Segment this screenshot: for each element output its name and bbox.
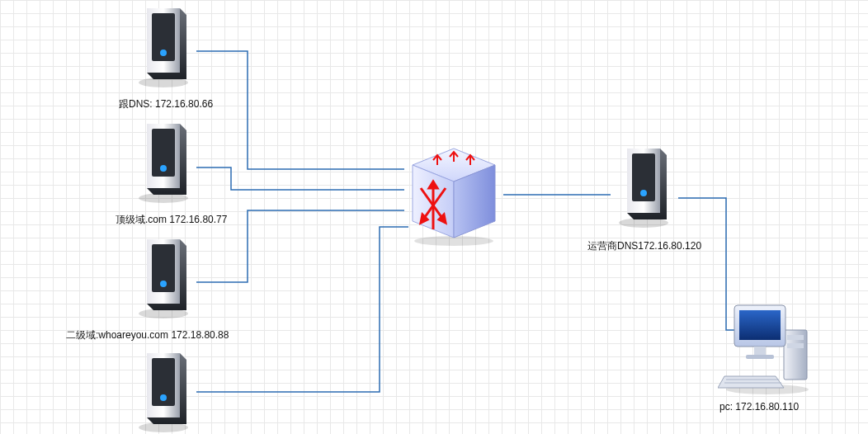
svg-point-5 <box>160 165 167 172</box>
svg-rect-28 <box>787 343 804 348</box>
server-fourth <box>130 345 196 434</box>
server-isp-dns-label: 运营商DNS172.16.80.120 <box>587 239 701 253</box>
server-sld <box>130 231 196 324</box>
server-root-dns-label: 跟DNS: 172.16.80.66 <box>119 97 213 111</box>
server-icon <box>130 0 196 91</box>
svg-marker-33 <box>718 376 784 388</box>
server-tld-com-label: 顶级域.com 172.16.80.77 <box>116 213 227 227</box>
svg-point-8 <box>160 281 167 287</box>
pc-icon <box>718 297 817 396</box>
pc <box>718 297 817 399</box>
server-root-dns <box>130 0 196 93</box>
pc-label: pc: 172.16.80.110 <box>719 401 799 413</box>
svg-rect-32 <box>746 355 774 359</box>
server-isp-dns <box>611 140 677 234</box>
router <box>404 140 503 250</box>
svg-point-2 <box>160 50 167 56</box>
svg-rect-31 <box>754 347 766 355</box>
server-tld-com <box>130 116 196 209</box>
svg-rect-27 <box>787 335 804 340</box>
diagram-canvas: 跟DNS: 172.16.80.66 顶级域.com 172.16.80.77 … <box>0 0 868 434</box>
server-sld-label: 二级域:whoareyou.com 172.18.80.88 <box>66 328 229 342</box>
server-icon <box>130 345 196 434</box>
router-icon <box>404 140 503 248</box>
svg-rect-30 <box>739 310 781 340</box>
server-icon <box>611 140 677 231</box>
server-icon <box>130 231 196 322</box>
svg-point-24 <box>640 190 647 196</box>
svg-point-11 <box>160 394 167 401</box>
server-icon <box>130 116 196 206</box>
